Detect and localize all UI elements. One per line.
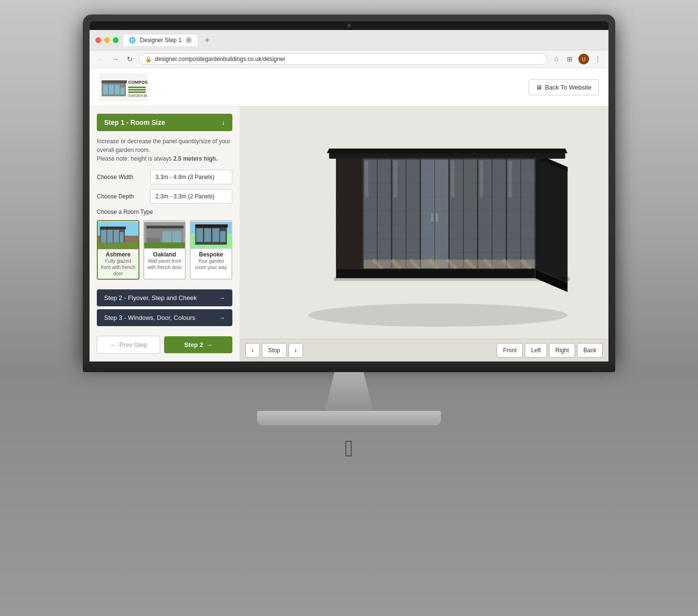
viewer-controls: ‹ Stop › (240, 339, 608, 361)
svg-rect-5 (115, 85, 120, 94)
monitor-stand-neck (301, 372, 397, 411)
svg-rect-58 (431, 213, 433, 222)
bespoke-image (191, 221, 231, 249)
url-text: designer.compositegardenbuildings.co.uk/… (155, 56, 286, 62)
fullscreen-window-button[interactable] (113, 37, 119, 43)
browser-toolbar: ← → ↻ 🔒 designer.compositegardenbuilding… (90, 50, 608, 68)
new-tab-button[interactable]: + (202, 35, 212, 45)
step-nav-items: Step 2 - Flyover, Step and Cheek → Step … (97, 289, 232, 326)
svg-marker-37 (535, 153, 568, 283)
svg-rect-49 (336, 159, 363, 269)
depth-row: Choose Depth 2.3m - 3.3m (2 Panels) (97, 189, 232, 204)
depth-label: Choose Depth (97, 193, 145, 200)
minimize-window-button[interactable] (104, 37, 110, 43)
bespoke-info: Bespoke Your garden room your way (191, 249, 231, 272)
ashmere-desc: Fully glazed front with french door (101, 258, 136, 277)
view-back-label: Back (583, 347, 596, 354)
browser-tab[interactable]: 🌐 Designer Step 1 ✕ (122, 34, 198, 46)
left-panel: Step 1 - Room Size ↓ Increase or decreas… (90, 106, 240, 361)
svg-rect-81 (334, 277, 570, 281)
view-buttons: Front Left Right Back (497, 343, 603, 358)
view-front-button[interactable]: Front (497, 343, 523, 358)
close-window-button[interactable] (95, 37, 101, 43)
refresh-button[interactable]: ↻ (124, 54, 135, 64)
apple-logo:  (345, 435, 353, 462)
tab-close-button[interactable]: ✕ (185, 37, 192, 44)
svg-rect-19 (100, 226, 126, 229)
view-left-button[interactable]: Left (525, 343, 547, 358)
svg-rect-6 (121, 88, 124, 94)
svg-rect-62 (451, 161, 455, 198)
monitor-chin (83, 361, 615, 372)
traffic-lights (95, 37, 119, 43)
svg-rect-35 (220, 231, 226, 242)
svg-rect-8 (128, 89, 146, 90)
browser-chrome: 🌐 Designer Step 1 ✕ + ← → ↻ 🔒 designer.c… (90, 30, 608, 361)
monitor-shell: 🌐 Designer Step 1 ✕ + ← → ↻ 🔒 designer.c… (83, 15, 615, 361)
back-navigation-button[interactable]: ← (95, 54, 106, 64)
svg-rect-79 (336, 269, 535, 278)
svg-text:GARDEN BUILDINGS: GARDEN BUILDINGS (128, 94, 148, 97)
next-arrow-icon: → (206, 341, 212, 348)
width-select[interactable]: 3.3m - 4.8m (3 Panels) (150, 170, 232, 184)
svg-rect-34 (212, 228, 219, 242)
depth-select[interactable]: 2.3m - 3.3m (2 Panels) (150, 189, 232, 204)
view-back-button[interactable]: Back (577, 343, 603, 358)
svg-rect-3 (103, 85, 108, 94)
svg-point-36 (308, 303, 568, 327)
svg-rect-9 (128, 91, 146, 93)
rotate-left-button[interactable]: ‹ (245, 343, 260, 358)
bookmark-icon[interactable]: ☆ (551, 54, 561, 64)
svg-marker-41 (327, 149, 567, 153)
user-avatar[interactable]: U (578, 54, 589, 64)
bespoke-name: Bespoke (194, 251, 228, 258)
stop-rotation-button[interactable]: Stop (262, 343, 287, 358)
svg-rect-20 (98, 242, 138, 249)
rotate-left-icon: ‹ (252, 346, 254, 354)
ashmere-info: Ashmere Fully glazed front with french d… (98, 249, 138, 279)
stop-label: Stop (268, 347, 280, 354)
back-website-icon: 🖥 (536, 84, 542, 91)
bottom-nav: ← Prev Step Step 2 → (97, 336, 232, 354)
width-row: Choose Width 3.3m - 4.8m (3 Panels) (97, 170, 232, 184)
svg-rect-27 (144, 242, 185, 248)
step1-collapse-icon: ↓ (222, 119, 225, 126)
building-svg (259, 116, 589, 329)
forward-navigation-button[interactable]: → (110, 54, 121, 64)
svg-rect-52 (365, 161, 369, 198)
rotate-right-button[interactable]: › (288, 343, 303, 358)
back-website-label: Back To Website (545, 84, 592, 91)
view-right-button[interactable]: Right (549, 343, 575, 358)
svg-rect-59 (436, 213, 438, 222)
svg-rect-2 (102, 80, 127, 83)
step3-arrow-icon: → (219, 314, 225, 321)
oakland-info: Oakland Wall panel front with french doo… (144, 249, 185, 272)
step2-arrow-icon: → (219, 294, 225, 301)
ashmere-name: Ashmere (101, 251, 136, 258)
room-type-ashmere[interactable]: Ashmere Fully glazed front with french d… (97, 220, 139, 280)
next-step-button[interactable]: Step 2 → (164, 336, 232, 353)
back-to-website-button[interactable]: 🖥 Back To Website (529, 79, 599, 95)
tab-title: Designer Step 1 (140, 37, 182, 44)
step1-height-note: 2.5 meters high. (173, 155, 217, 162)
logo-area: COMPOSITE GARDEN BUILDINGS (99, 73, 148, 101)
step2-nav[interactable]: Step 2 - Flyover, Step and Cheek → (97, 289, 232, 306)
extensions-icon[interactable]: ⊞ (565, 54, 575, 64)
tab-favicon: 🌐 (129, 37, 136, 44)
svg-rect-32 (196, 228, 203, 242)
address-bar[interactable]: 🔒 designer.compositegardenbuildings.co.u… (139, 53, 547, 65)
prev-step-button[interactable]: ← Prev Step (97, 336, 160, 354)
oakland-image (144, 221, 185, 249)
menu-icon[interactable]: ⋮ (593, 54, 603, 64)
room-type-oakland[interactable]: Oakland Wall panel front with french doo… (143, 220, 186, 280)
width-label: Choose Width (97, 174, 145, 180)
prev-arrow-icon: ← (110, 341, 116, 348)
site-header: COMPOSITE GARDEN BUILDINGS 🖥 Back To Web… (90, 68, 608, 106)
ssl-lock-icon: 🔒 (145, 56, 152, 62)
building-render (240, 106, 608, 339)
room-type-bespoke[interactable]: Bespoke Your garden room your way (190, 220, 232, 280)
browser-titlebar: 🌐 Designer Step 1 ✕ + (90, 30, 608, 50)
svg-rect-31 (195, 225, 228, 228)
step3-nav[interactable]: Step 3 - Windows, Door, Colours → (97, 309, 232, 326)
monitor-stand-base (257, 411, 441, 425)
